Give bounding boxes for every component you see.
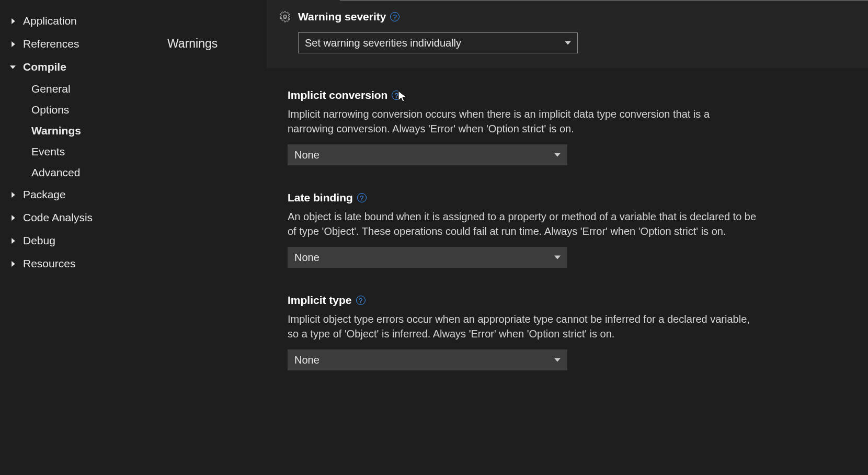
- caret-right-icon: [9, 260, 17, 267]
- section-title: Warnings: [167, 37, 267, 51]
- dropdown-value: None: [294, 149, 319, 161]
- implicit-type-dropdown[interactable]: None: [288, 349, 567, 370]
- sidebar-item-warnings[interactable]: Warnings: [31, 120, 167, 141]
- late-binding-description: An object is late bound when it is assig…: [288, 209, 758, 239]
- help-icon[interactable]: ?: [356, 296, 366, 305]
- caret-right-icon: [9, 40, 17, 48]
- caret-right-icon: [9, 214, 17, 221]
- chevron-down-icon: [554, 151, 562, 159]
- chevron-down-icon: [554, 254, 562, 261]
- sidebar-item-label: Advanced: [31, 166, 80, 178]
- sidebar-item-label: General: [31, 83, 71, 95]
- implicit-conversion-dropdown[interactable]: None: [288, 144, 567, 165]
- late-binding-dropdown[interactable]: None: [288, 247, 567, 268]
- sidebar-children-compile: General Options Warnings Events Advanced: [9, 78, 167, 183]
- caret-right-icon: [9, 191, 17, 198]
- warning-severity-header: Warning severity ?: [279, 10, 855, 23]
- sidebar-item-label: Warnings: [31, 125, 81, 137]
- help-icon[interactable]: ?: [390, 12, 399, 21]
- sidebar-item-label: Package: [23, 188, 66, 201]
- sidebar-item-label: Debug: [23, 234, 55, 247]
- help-icon[interactable]: ?: [392, 91, 401, 100]
- sidebar-item-label: Compile: [23, 61, 66, 73]
- gear-icon: [279, 11, 291, 22]
- late-binding-group: Late binding ? An object is late bound w…: [267, 191, 868, 294]
- sidebar-item-package[interactable]: Package: [9, 183, 167, 206]
- sidebar-item-general[interactable]: General: [31, 78, 167, 99]
- implicit-type-header: Implicit type ?: [288, 294, 868, 307]
- chevron-down-icon: [565, 39, 572, 47]
- caret-right-icon: [9, 17, 17, 25]
- dropdown-value: Set warning severities individually: [305, 37, 461, 49]
- sidebar-item-options[interactable]: Options: [31, 99, 167, 120]
- sidebar-item-debug[interactable]: Debug: [9, 229, 167, 252]
- sidebar: Application References Compile General O…: [0, 0, 167, 475]
- warning-severity-label: Warning severity: [298, 10, 386, 23]
- chevron-down-icon: [554, 356, 562, 364]
- implicit-conversion-header: Implicit conversion ?: [288, 89, 868, 101]
- sidebar-item-application[interactable]: Application: [9, 9, 167, 32]
- sidebar-item-compile[interactable]: Compile: [9, 55, 167, 78]
- sidebar-item-references[interactable]: References: [9, 32, 167, 55]
- caret-right-icon: [9, 237, 17, 244]
- section-title-column: Warnings: [167, 0, 267, 475]
- sidebar-item-label: Application: [23, 15, 77, 27]
- sidebar-item-events[interactable]: Events: [31, 141, 167, 162]
- dropdown-value: None: [294, 252, 319, 264]
- warning-severity-dropdown[interactable]: Set warning severities individually: [298, 32, 578, 53]
- sidebar-item-advanced[interactable]: Advanced: [31, 162, 167, 183]
- sidebar-item-label: Resources: [23, 257, 75, 270]
- late-binding-label: Late binding: [288, 191, 353, 204]
- settings-column: Warning severity ? Set warning severitie…: [267, 0, 868, 475]
- implicit-conversion-label: Implicit conversion: [288, 89, 387, 101]
- implicit-conversion-group: Implicit conversion ? Implicit narrowing…: [267, 68, 868, 191]
- sidebar-item-label: Events: [31, 145, 65, 157]
- warning-severity-panel: Warning severity ? Set warning severitie…: [267, 0, 868, 68]
- sidebar-item-label: Code Analysis: [23, 211, 93, 224]
- implicit-conversion-description: Implicit narrowing conversion occurs whe…: [288, 107, 758, 136]
- divider: [340, 0, 868, 1]
- sidebar-item-label: References: [23, 38, 79, 50]
- sidebar-item-code-analysis[interactable]: Code Analysis: [9, 206, 167, 229]
- dropdown-value: None: [294, 354, 319, 366]
- implicit-type-group: Implicit type ? Implicit object type err…: [267, 294, 868, 397]
- implicit-type-label: Implicit type: [288, 294, 352, 307]
- caret-down-icon: [9, 63, 17, 71]
- sidebar-item-resources[interactable]: Resources: [9, 252, 167, 275]
- help-icon[interactable]: ?: [357, 193, 367, 202]
- late-binding-header: Late binding ?: [288, 191, 868, 204]
- sidebar-item-label: Options: [31, 104, 69, 116]
- implicit-type-description: Implicit object type errors occur when a…: [288, 312, 758, 341]
